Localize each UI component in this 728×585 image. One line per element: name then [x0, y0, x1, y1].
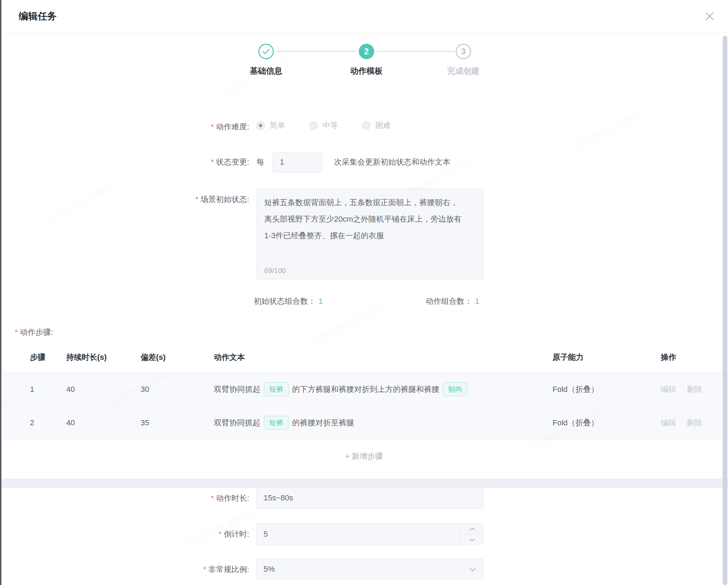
col-action-text: 动作文本: [214, 352, 245, 363]
radio-hard-label: 困难: [375, 120, 391, 131]
delete-link[interactable]: 删除: [687, 418, 702, 427]
radio-hard[interactable]: 困难: [362, 120, 391, 131]
duration-label: *动作时长:: [106, 493, 249, 504]
radio-simple[interactable]: 简单: [256, 120, 285, 131]
close-icon[interactable]: [703, 10, 716, 23]
required-asterisk: *: [203, 565, 206, 574]
cell-ability: Fold（折叠）: [553, 406, 599, 439]
cell-duration: 40: [66, 406, 75, 439]
action-combination-value: 1: [475, 297, 479, 306]
spinner: [461, 524, 483, 545]
state-change-label: *状态变更:: [106, 156, 249, 168]
step-connector-2: [376, 51, 455, 52]
cell-step: 1: [30, 372, 34, 406]
watermark: ((current_time)): [44, 181, 113, 226]
edit-link[interactable]: 编辑: [661, 418, 676, 427]
cell-operations: 编辑删除: [661, 372, 702, 406]
difficulty-radio-group: 简单 中等 困难: [256, 120, 391, 131]
decrease-button[interactable]: [461, 534, 483, 545]
countdown-label: *倒计时:: [106, 529, 249, 540]
radio-simple-label: 简单: [270, 120, 285, 131]
step2-number: 2: [364, 47, 369, 56]
unusual-ratio-select[interactable]: [256, 559, 483, 580]
step1-check-icon: [258, 44, 274, 59]
duration-input[interactable]: [256, 487, 483, 509]
radio-selected-icon: [256, 121, 265, 130]
chevron-down-icon: [469, 568, 476, 572]
cell-deviation: 35: [141, 406, 149, 439]
step1-label: 基础信息: [220, 66, 312, 76]
unusual-ratio-value[interactable]: [256, 559, 483, 580]
required-asterisk: *: [218, 530, 222, 538]
edit-link[interactable]: 编辑: [661, 385, 676, 394]
radio-unselected-icon: [362, 121, 371, 130]
table-row: 2 40 35 双臂协同抓起短裤的裤腰对折至裤腿 Fold（折叠） 编辑删除: [0, 406, 728, 439]
col-ability: 原子能力: [553, 352, 584, 363]
state-change-suffix: 次采集会更新初始状态和动作文本: [334, 156, 450, 168]
radio-medium[interactable]: 中等: [309, 120, 338, 131]
dialog-header: 编辑任务: [1, 0, 728, 33]
watermark: ((current_time)): [220, 54, 290, 99]
table-row: 1 40 30 双臂协同抓起短裤的下方裤腿和裤腰对折到上方的裤腿和裤腰朝向 Fo…: [0, 372, 728, 406]
edit-task-dialog: 编辑任务 2 3 基础信息 动作模板 完成创建 *动作难度: 简单 中等 困难: [0, 0, 728, 585]
col-duration: 持续时长(s): [66, 352, 107, 363]
watermark: ((current_time)): [311, 301, 381, 345]
initial-combination-stat: 初始状态组合数：1: [254, 296, 323, 307]
cell-operations: 编辑删除: [661, 406, 702, 439]
col-step: 步骤: [30, 352, 45, 363]
step-connector-1: [276, 51, 357, 52]
scene-initial-label: *场景初始状态:: [106, 194, 249, 205]
cell-ability: Fold（折叠）: [553, 372, 599, 406]
watermark: ((current_time)): [572, 107, 642, 152]
countdown-stepper: [256, 523, 483, 545]
required-asterisk: *: [211, 122, 214, 131]
increase-button[interactable]: [461, 524, 483, 534]
add-step-button[interactable]: + 新增步骤: [0, 439, 728, 473]
cell-action-text: 双臂协同抓起短裤的下方裤腿和裤腰对折到上方的裤腿和裤腰朝向: [214, 372, 471, 406]
char-counter: 69/100: [264, 267, 286, 275]
required-asterisk: *: [211, 494, 214, 503]
table-horizontal-scrollbar[interactable]: [0, 479, 728, 488]
object-tag: 短裤: [264, 416, 289, 430]
orientation-tag: 朝向: [443, 382, 468, 396]
state-change-input[interactable]: [272, 152, 322, 172]
required-asterisk: *: [15, 328, 18, 337]
step2-label: 动作模板: [321, 66, 412, 76]
step3-label: 完成创建: [418, 66, 509, 76]
watermark: ((current_time)): [185, 505, 254, 550]
radio-unselected-icon: [309, 121, 318, 130]
col-deviation: 偏差(s): [141, 352, 166, 363]
difficulty-label: *动作难度:: [106, 121, 249, 133]
state-change-prefix: 每: [257, 156, 264, 168]
required-asterisk: *: [195, 195, 198, 204]
cell-duration: 40: [66, 372, 75, 406]
scene-initial-textarea-wrap: 短裤五条数据背面朝上，五条数据正面朝上，裤腰朝右，离头部视野下方至少20cm之外…: [256, 188, 483, 279]
radio-medium-label: 中等: [322, 120, 338, 131]
scene-initial-textarea[interactable]: 短裤五条数据背面朝上，五条数据正面朝上，裤腰朝右，离头部视野下方至少20cm之外…: [257, 189, 483, 259]
step3-circle: 3: [456, 44, 471, 59]
required-asterisk: *: [211, 158, 214, 166]
countdown-input[interactable]: [256, 523, 483, 545]
cell-action-text: 双臂协同抓起短裤的裤腰对折至裤腿: [214, 406, 354, 439]
object-tag: 短裤: [264, 382, 289, 396]
delete-link[interactable]: 删除: [687, 385, 702, 394]
step3-number: 3: [461, 47, 466, 56]
unusual-ratio-label: *非常规比例:: [106, 564, 249, 575]
action-combination-stat: 动作组合数：1: [426, 296, 479, 307]
cell-step: 2: [30, 406, 34, 439]
initial-combination-value: 1: [319, 297, 323, 306]
cell-deviation: 30: [141, 372, 149, 406]
dialog-title: 编辑任务: [19, 0, 57, 33]
steps-table-header: 步骤 持续时长(s) 偏差(s) 动作文本 原子能力 操作: [0, 347, 728, 372]
action-steps-label: *动作步骤:: [15, 327, 53, 338]
page-edge: [0, 0, 1, 585]
step2-circle: 2: [359, 44, 374, 59]
col-operation: 操作: [661, 352, 676, 363]
vertical-scrollbar-thumb[interactable]: [723, 36, 727, 585]
